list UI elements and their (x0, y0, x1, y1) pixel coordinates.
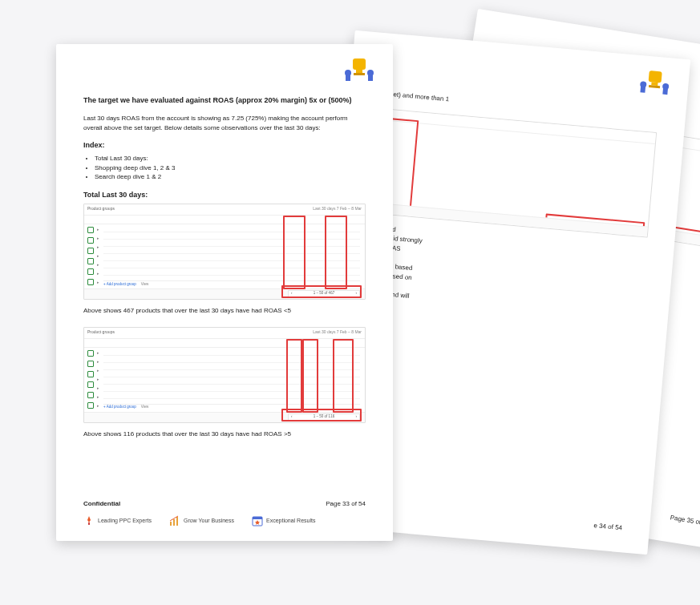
shot-footer-row: + Add product groupView (103, 280, 360, 288)
shot-title: Product groups (87, 329, 115, 334)
screenshot-product-groups-1: Product groups Last 30 days 7 Feb – 8 Ma… (83, 204, 366, 300)
svg-rect-20 (368, 75, 373, 81)
footer-badge-results: Exceptional Results (252, 515, 315, 526)
shot-date-range: Last 30 days 7 Feb – 8 Mar (313, 206, 362, 212)
index-item: Total Last 30 days: (95, 154, 366, 163)
shot1-caption: Above shows 467 products that over the l… (83, 306, 366, 316)
screenshot-product-groups-2: Product groups Last 30 days 7 Feb – 8 Ma… (83, 327, 366, 423)
svg-rect-19 (346, 75, 350, 81)
shot-filter-row (84, 339, 365, 348)
svg-rect-7 (649, 71, 662, 83)
calendar-star-icon (252, 515, 263, 526)
growth-chart-icon (169, 515, 180, 526)
shot-rows (103, 349, 360, 399)
shot-checkbox-column (87, 227, 94, 296)
body-fragment: we can bid ws us to bid strongly hitting… (359, 223, 647, 321)
svg-rect-21 (88, 522, 90, 525)
shot-rows (103, 225, 360, 276)
shot-checkbox-column (87, 350, 94, 419)
footer-badge-grow: Grow Your Business (169, 515, 234, 526)
shot-titlebar: Product groups Last 30 days 7 Feb – 8 Ma… (84, 204, 365, 216)
index-label: Index: (83, 140, 366, 151)
svg-rect-22 (170, 522, 172, 526)
intro-paragraph: Last 30 days ROAS from the account is sh… (83, 114, 366, 132)
svg-rect-16 (354, 73, 365, 75)
svg-rect-13 (662, 88, 668, 95)
index-list: Total Last 30 days: Shopping deep dive 1… (95, 154, 366, 182)
confidential-label: Confidential (83, 499, 120, 509)
footer-badges: Leading PPC Experts Grow Your Business E… (83, 515, 366, 526)
trophy-icon (342, 55, 377, 86)
document-stack-stage: get) as you can see the s in the shoppin… (0, 0, 700, 605)
trophy-icon (636, 67, 674, 99)
svg-rect-24 (176, 517, 178, 526)
screenshot-table (366, 107, 657, 237)
svg-rect-26 (253, 517, 262, 519)
shot-pagination-bar: ‹1 – 50 of 467› (84, 288, 365, 299)
svg-rect-14 (353, 58, 366, 70)
svg-rect-23 (173, 519, 175, 526)
shot-title: Product groups (87, 206, 115, 211)
shot-pagination-bar: ‹1 – 50 of 116› (84, 412, 365, 422)
shot2-caption: Above shows 116 products that over the l… (83, 430, 366, 439)
footer-badge-ppc: Leading PPC Experts (83, 515, 152, 526)
document-page-33: The target we have evaluated against ROA… (56, 44, 393, 541)
shot-footer-row: + Add product groupView (103, 404, 360, 411)
svg-rect-12 (640, 86, 645, 92)
page-footer: Confidential Page 33 of 54 Leading PPC E… (83, 499, 366, 526)
shot-filter-row (84, 216, 365, 224)
svg-rect-9 (649, 85, 660, 88)
shot-titlebar: Product groups Last 30 days 7 Feb – 8 Ma… (84, 328, 365, 339)
svg-rect-15 (356, 70, 362, 73)
shot-date-range: Last 30 days 7 Feb – 8 Mar (313, 329, 362, 335)
page-number: Page 33 of 54 (326, 499, 366, 509)
index-item: Shopping deep dive 1, 2 & 3 (95, 163, 366, 173)
rocket-icon (83, 515, 95, 526)
section-total-label: Total Last 30 days: (83, 190, 366, 200)
index-item: Search deep dive 1 & 2 (95, 172, 366, 182)
page-heading: The target we have evaluated against ROA… (83, 95, 366, 106)
svg-rect-8 (651, 82, 658, 86)
